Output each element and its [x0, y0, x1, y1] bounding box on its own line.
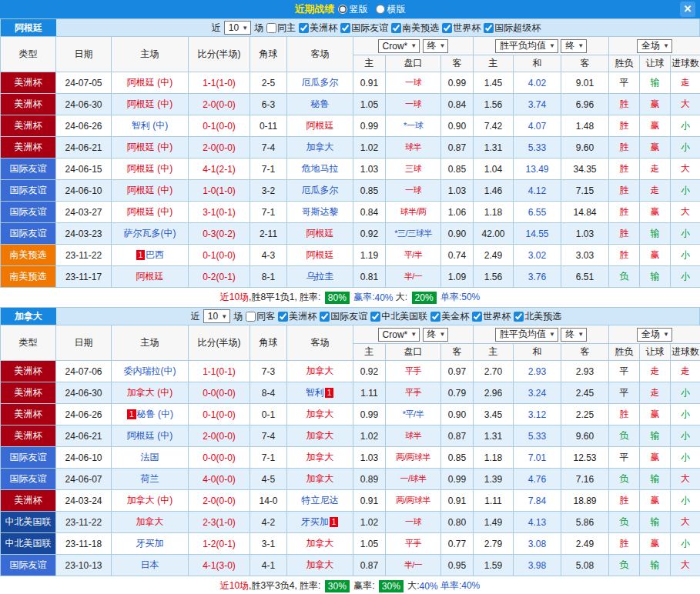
away-team-link[interactable]: 加拿大: [306, 559, 334, 570]
competition-checkbox[interactable]: [278, 312, 288, 322]
home-team-link[interactable]: 智利 (中): [132, 120, 168, 131]
away-team-link[interactable]: 加拿大: [306, 430, 334, 441]
score-link[interactable]: 0-1(0-0): [189, 245, 250, 266]
score-link[interactable]: 1-0(1-0): [189, 180, 250, 202]
competition-checkbox[interactable]: [442, 23, 452, 33]
away-team-link[interactable]: 加拿大: [306, 452, 334, 462]
away-team-link[interactable]: 乌拉圭: [306, 271, 334, 282]
away-team-link[interactable]: 加拿大: [306, 538, 334, 549]
recent-count-select[interactable]: 10▼: [203, 309, 230, 323]
score-link[interactable]: 3-1(0-1): [189, 202, 250, 223]
competition-filter-option[interactable]: 世界杯: [442, 22, 481, 35]
competition-type-cell[interactable]: 美洲杯: [1, 361, 56, 382]
layout-radio[interactable]: [338, 5, 347, 14]
competition-type-cell[interactable]: 国际友谊: [1, 159, 56, 180]
home-team-link[interactable]: 萨尔瓦多(中): [124, 228, 176, 239]
away-team-link[interactable]: 加拿大: [306, 409, 334, 419]
score-link[interactable]: 1-2(0-1): [189, 533, 250, 555]
score-link[interactable]: 4-1(3-0): [189, 555, 250, 576]
competition-type-cell[interactable]: 国际友谊: [1, 469, 56, 490]
competition-type-cell[interactable]: 美洲杯: [1, 382, 56, 404]
home-team-link[interactable]: 加拿大 (中): [127, 387, 172, 398]
home-team-link[interactable]: 牙买加: [136, 538, 164, 549]
competition-type-cell[interactable]: 美洲杯: [1, 94, 56, 115]
score-link[interactable]: 2-0(0-0): [189, 425, 250, 447]
score-link[interactable]: 4-0(0-0): [189, 469, 250, 490]
home-team-link[interactable]: 秘鲁 (中): [137, 409, 173, 419]
avg-final-select[interactable]: 终▼: [561, 39, 587, 53]
score-link[interactable]: 2-0(0-0): [189, 94, 250, 115]
score-link[interactable]: 2-0(0-0): [189, 137, 250, 159]
away-team-link[interactable]: 特立尼达: [302, 495, 339, 506]
competition-checkbox[interactable]: [391, 23, 401, 33]
away-team-link[interactable]: 秘鲁: [311, 98, 330, 109]
score-link[interactable]: 1-1(0-1): [189, 361, 250, 382]
competition-type-cell[interactable]: 美洲杯: [1, 490, 56, 512]
away-team-link[interactable]: 哥斯达黎: [302, 206, 339, 217]
score-link[interactable]: 0-0(0-0): [189, 382, 250, 404]
competition-checkbox[interactable]: [299, 23, 309, 33]
competition-checkbox[interactable]: [430, 312, 440, 322]
score-link[interactable]: 4-1(2-1): [189, 159, 250, 180]
home-team-link[interactable]: 阿根廷 (中): [127, 98, 172, 109]
layout-radio[interactable]: [376, 5, 385, 14]
home-team-link[interactable]: 阿根廷 (中): [127, 163, 172, 174]
odds-final-select[interactable]: 终▼: [423, 328, 449, 342]
away-team-link[interactable]: 阿根廷: [306, 228, 334, 239]
competition-filter-option[interactable]: 美金杯: [430, 310, 469, 323]
score-link[interactable]: 0-1(0-0): [189, 115, 250, 137]
avg-final-select[interactable]: 终▼: [561, 328, 587, 342]
competition-checkbox[interactable]: [266, 23, 276, 33]
competition-checkbox[interactable]: [340, 23, 350, 33]
away-team-link[interactable]: 智利: [306, 387, 324, 398]
away-team-link[interactable]: 阿根廷: [306, 120, 334, 131]
competition-checkbox[interactable]: [320, 312, 330, 322]
competition-type-cell[interactable]: 国际友谊: [1, 223, 56, 245]
competition-type-cell[interactable]: 美洲杯: [1, 137, 56, 159]
competition-checkbox[interactable]: [370, 312, 380, 322]
competition-filter-option[interactable]: 美洲杯: [299, 22, 337, 35]
score-link[interactable]: 0-0(0-0): [189, 447, 250, 469]
odds-final-select[interactable]: 终▼: [423, 39, 449, 53]
away-team-link[interactable]: 加拿大: [306, 473, 334, 484]
fullmatch-select[interactable]: 全场▼: [637, 328, 672, 342]
home-team-link[interactable]: 加拿大 (中): [127, 495, 172, 506]
competition-type-cell[interactable]: 中北美国联: [1, 512, 56, 533]
competition-type-cell[interactable]: 国际友谊: [1, 180, 56, 202]
competition-type-cell[interactable]: 国际友谊: [1, 202, 56, 223]
layout-radio-option[interactable]: 横版: [376, 3, 406, 16]
home-team-link[interactable]: 阿根廷: [136, 271, 164, 282]
fullmatch-select[interactable]: 全场▼: [637, 39, 672, 53]
competition-filter-option[interactable]: 同主: [266, 22, 296, 35]
away-team-link[interactable]: 厄瓜多尔: [302, 77, 339, 88]
away-team-link[interactable]: 牙买加: [301, 516, 329, 527]
score-link[interactable]: 0-3(0-2): [189, 223, 250, 245]
competition-filter-option[interactable]: 南美预选: [391, 22, 439, 35]
away-team-link[interactable]: 厄瓜多尔: [302, 185, 339, 195]
home-team-link[interactable]: 日本: [141, 559, 159, 570]
layout-radio-option[interactable]: 竖版: [338, 3, 368, 16]
competition-checkbox[interactable]: [484, 23, 494, 33]
competition-filter-option[interactable]: 北美预选: [514, 310, 561, 323]
home-team-link[interactable]: 阿根廷 (中): [127, 142, 172, 152]
recent-count-select[interactable]: 10▼: [224, 21, 251, 35]
competition-type-cell[interactable]: 美洲杯: [1, 404, 56, 425]
competition-checkbox[interactable]: [246, 312, 256, 322]
competition-type-cell[interactable]: 美洲杯: [1, 115, 56, 137]
competition-type-cell[interactable]: 南美预选: [1, 266, 56, 288]
score-link[interactable]: 1-1(1-0): [189, 72, 250, 94]
score-link[interactable]: 0-1(0-0): [189, 404, 250, 425]
home-team-link[interactable]: 阿根廷 (中): [127, 430, 172, 441]
away-team-link[interactable]: 阿根廷: [306, 249, 334, 260]
avg-odds-select[interactable]: 胜平负均值▼: [495, 39, 558, 53]
home-team-link[interactable]: 阿根廷 (中): [127, 77, 172, 88]
competition-type-cell[interactable]: 国际友谊: [1, 555, 56, 576]
competition-type-cell[interactable]: 国际友谊: [1, 447, 56, 469]
competition-filter-option[interactable]: 国际友谊: [320, 310, 367, 323]
competition-checkbox[interactable]: [472, 312, 482, 322]
competition-filter-option[interactable]: 美洲杯: [278, 310, 317, 323]
home-team-link[interactable]: 法国: [141, 452, 159, 462]
away-team-link[interactable]: 危地马拉: [302, 163, 339, 174]
competition-type-cell[interactable]: 中北美国联: [1, 533, 56, 555]
competition-type-cell[interactable]: 南美预选: [1, 245, 56, 266]
